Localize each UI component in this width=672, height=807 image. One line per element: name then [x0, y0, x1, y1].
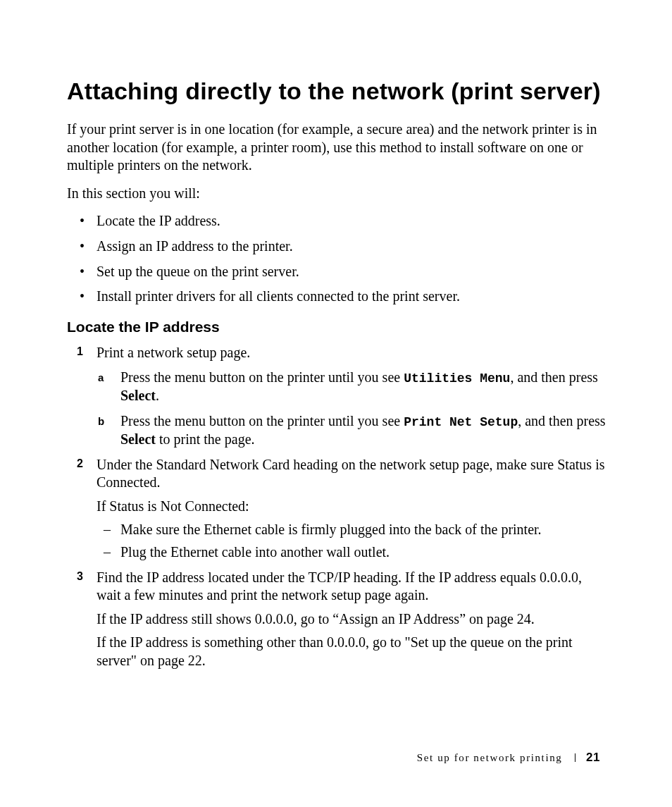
- text-fragment: , and then press: [510, 369, 597, 385]
- bullet-item: Install printer drivers for all clients …: [67, 288, 609, 306]
- dash-item: Make sure the Ethernet cable is firmly p…: [67, 521, 609, 539]
- status-note: If Status is Not Connected:: [67, 498, 609, 516]
- substep-label: b: [98, 414, 104, 428]
- bullet-item: Assign an IP address to the printer.: [67, 238, 609, 256]
- code-print-net-setup: Print Net Setup: [404, 415, 518, 429]
- bullet-item: Locate the IP address.: [67, 212, 609, 230]
- page-container: Attaching directly to the network (print…: [0, 0, 672, 807]
- step-1: 1 Print a network setup page.: [67, 344, 609, 362]
- substep-text: Press the menu button on the printer unt…: [120, 413, 606, 447]
- text-fragment: Press the menu button on the printer unt…: [120, 369, 404, 385]
- step-3: 3 Find the IP address located under the …: [67, 569, 609, 605]
- code-utilities-menu: Utilities Menu: [404, 371, 510, 386]
- footer-separator-icon: [575, 753, 575, 762]
- footer-page-number: 21: [586, 751, 600, 764]
- substep-b: b Press the menu button on the printer u…: [67, 412, 609, 449]
- step-text: Under the Standard Network Card heading …: [97, 457, 604, 491]
- footer-section-title: Set up for network printing: [417, 752, 563, 763]
- bullet-list: Locate the IP address. Assign an IP addr…: [67, 212, 609, 305]
- page-footer: Set up for network printing 21: [417, 751, 600, 765]
- intro-paragraph: If your print server is in one location …: [67, 121, 609, 175]
- step-3-followup-1: If the IP address still shows 0.0.0.0, g…: [67, 610, 609, 629]
- substep-a: a Press the menu button on the printer u…: [67, 369, 609, 405]
- substep-text: Press the menu button on the printer unt…: [120, 369, 598, 403]
- bullet-item: Set up the queue on the print server.: [67, 263, 609, 281]
- dash-list: Make sure the Ethernet cable is firmly p…: [67, 521, 609, 561]
- ui-select-label: Select: [120, 388, 156, 403]
- step-text: Find the IP address located under the TC…: [97, 569, 582, 603]
- lead-in-text: In this section you will:: [67, 185, 609, 203]
- text-fragment: , and then press: [518, 413, 605, 429]
- step-3-followup-2: If the IP address is something other tha…: [67, 634, 609, 670]
- text-fragment: Press the menu button on the printer unt…: [120, 413, 404, 429]
- dash-item: Plug the Ethernet cable into another wal…: [67, 543, 609, 562]
- text-fragment: .: [156, 388, 159, 403]
- step-number: 3: [77, 569, 83, 584]
- text-fragment: to print the page.: [156, 431, 255, 447]
- step-number: 2: [77, 457, 83, 471]
- step-number: 1: [77, 345, 83, 359]
- ui-select-label: Select: [120, 431, 156, 447]
- subheading-locate-ip: Locate the IP address: [67, 319, 609, 335]
- substep-label: a: [98, 371, 104, 384]
- step-2: 2 Under the Standard Network Card headin…: [67, 456, 609, 492]
- step-text: Print a network setup page.: [97, 345, 250, 360]
- page-title: Attaching directly to the network (print…: [67, 78, 609, 105]
